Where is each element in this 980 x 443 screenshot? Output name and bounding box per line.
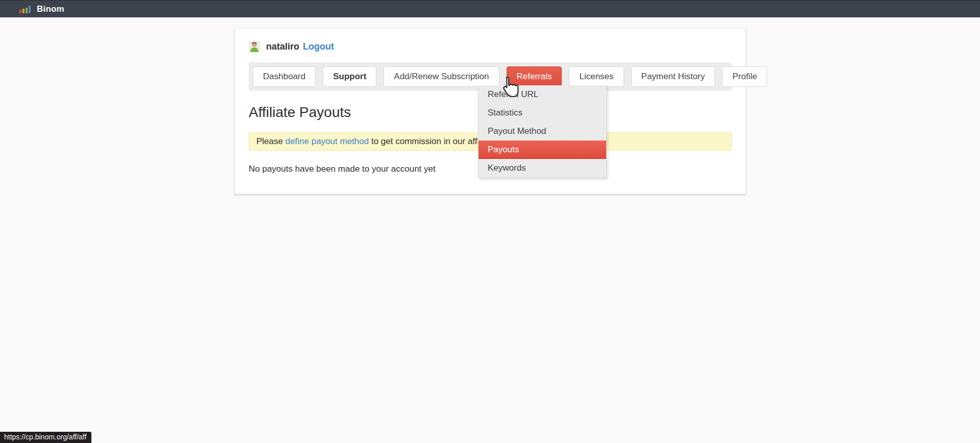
- topbar: Binom: [0, 0, 980, 17]
- menu-item-payout-method[interactable]: Payout Method: [479, 122, 606, 141]
- menu-item-referral-url[interactable]: Referral URL: [479, 85, 606, 104]
- tab-add-renew-subscription[interactable]: Add/Renew Subscription: [384, 66, 499, 87]
- tab-payment-history[interactable]: Payment History: [631, 66, 715, 87]
- menu-item-statistics[interactable]: Statistics: [479, 104, 606, 122]
- notice-text-prefix: Please: [256, 136, 285, 146]
- username: nataliro: [266, 41, 299, 52]
- tab-support[interactable]: Support: [323, 66, 376, 87]
- referrals-dropdown-menu: Referral URL Statistics Payout Method Pa…: [478, 85, 607, 178]
- menu-item-payouts[interactable]: Payouts: [479, 141, 606, 159]
- tab-licenses[interactable]: Licenses: [569, 66, 624, 87]
- user-avatar-icon: [249, 41, 260, 52]
- user-row: nataliro Logout: [249, 40, 732, 53]
- tab-referrals[interactable]: Referrals: [507, 66, 562, 87]
- tab-profile[interactable]: Profile: [722, 66, 767, 87]
- binom-logo-icon: [19, 6, 31, 13]
- tab-dashboard[interactable]: Dashboard: [253, 66, 316, 87]
- logout-link[interactable]: Logout: [303, 41, 334, 52]
- brand-title: Binom: [37, 4, 64, 14]
- menu-item-keywords[interactable]: Keywords: [479, 159, 606, 177]
- link-preview-statusbar: https://cp.binom.org/aff/aff: [0, 432, 91, 443]
- define-payout-method-link[interactable]: define payout method: [285, 136, 369, 146]
- notice-text-suffix: to get commission in our affilia: [369, 136, 488, 146]
